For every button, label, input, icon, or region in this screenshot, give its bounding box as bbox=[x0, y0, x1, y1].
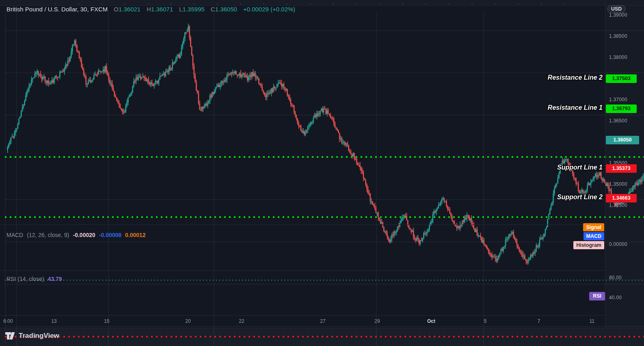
rsi-header: RSI (14, close) 43.79 bbox=[6, 276, 62, 282]
ohlc-open: O1.36021 bbox=[114, 6, 140, 13]
time-axis-label: 22 bbox=[239, 318, 244, 324]
chart-canvas[interactable] bbox=[0, 0, 644, 346]
resistance-price-badge: 1.36793 bbox=[606, 104, 637, 113]
price-axis-label: 1.37000 bbox=[609, 97, 627, 102]
ohlc-close: C1.36050 bbox=[211, 6, 237, 13]
macd-signal-value: 0.00012 bbox=[125, 232, 146, 238]
macd-histogram-value: -0.00020 bbox=[73, 232, 95, 238]
histogram-line-badge: Histogram bbox=[573, 241, 604, 249]
rsi-axis-label: 40.00 bbox=[609, 295, 622, 300]
panel-separator bbox=[0, 328, 644, 328]
axis-separator bbox=[605, 0, 605, 328]
time-axis-label: 15 bbox=[104, 318, 109, 324]
time-axis-label: 11 bbox=[590, 318, 594, 324]
tradingview-logo-icon bbox=[5, 331, 15, 341]
support-price-badge: 1.34663 bbox=[606, 194, 637, 202]
macd-axis-label: 0.00000 bbox=[609, 242, 627, 247]
panel-separator bbox=[0, 315, 605, 316]
rsi-title[interactable]: RSI (14, close) bbox=[6, 276, 44, 282]
price-axis-label: 1.39000 bbox=[609, 12, 627, 18]
ohlc-low: L1.35995 bbox=[179, 6, 205, 13]
resistance-price-badge: 1.37503 bbox=[606, 74, 637, 83]
ohlc-high: H1.36071 bbox=[147, 6, 173, 13]
tradingview-logo-text: TradingView bbox=[19, 332, 59, 340]
macd-params: (12, 26, close, 9) bbox=[27, 232, 69, 238]
panel-separator[interactable] bbox=[0, 270, 605, 271]
currency-toggle-badge[interactable]: USD bbox=[607, 5, 625, 13]
time-axis-label: 7 bbox=[538, 318, 540, 324]
price-axis-label: 1.38000 bbox=[609, 54, 627, 60]
time-axis-label: 20 bbox=[185, 318, 190, 324]
price-axis-label: 1.35000 bbox=[609, 181, 627, 187]
time-axis-label: 27 bbox=[320, 318, 325, 324]
rsi-axis-label: 80.00 bbox=[609, 275, 622, 281]
price-axis-label: 1.34500 bbox=[609, 202, 627, 208]
resistance-label[interactable]: Resistance Line 1 bbox=[548, 104, 603, 111]
change-value: +0.00029 (+0.02%) bbox=[243, 6, 295, 13]
macd-line-badge: MACD bbox=[583, 232, 605, 240]
resistance-label[interactable]: Resistance Line 2 bbox=[548, 74, 603, 81]
macd-line-value: -0.00008 bbox=[99, 232, 121, 238]
time-axis-label: Oct bbox=[427, 318, 435, 324]
rsi-line-badge: RSI bbox=[589, 292, 605, 300]
current-price-badge: 1.36050 bbox=[606, 136, 639, 144]
price-axis-label: 1.38500 bbox=[609, 33, 627, 39]
macd-title[interactable]: MACD bbox=[6, 232, 23, 238]
signal-line-badge: Signal bbox=[583, 223, 604, 231]
rsi-value: 43.79 bbox=[48, 276, 62, 282]
support-label[interactable]: Support Line 1 bbox=[557, 164, 603, 171]
time-axis-label: 13 bbox=[51, 318, 56, 324]
support-label[interactable]: Support Line 2 bbox=[557, 194, 603, 201]
tradingview-branding[interactable]: TradingView bbox=[5, 331, 59, 341]
symbol-header: British Pound / U.S. Dollar, 30, FXCM O1… bbox=[6, 6, 295, 13]
time-axis-label: 6:00 bbox=[3, 318, 13, 324]
price-axis-label: 1.36500 bbox=[609, 118, 627, 124]
tradingview-chart-window: British Pound / U.S. Dollar, 30, FXCM O1… bbox=[0, 0, 644, 346]
macd-header: MACD (12, 26, close, 9) -0.00020 -0.0000… bbox=[6, 232, 146, 238]
time-axis-label: 29 bbox=[374, 318, 380, 324]
support-price-badge: 1.35373 bbox=[606, 164, 637, 173]
symbol-title[interactable]: British Pound / U.S. Dollar, 30, FXCM bbox=[6, 6, 108, 13]
panel-separator[interactable] bbox=[0, 224, 605, 225]
time-axis-label: 5 bbox=[484, 318, 487, 324]
